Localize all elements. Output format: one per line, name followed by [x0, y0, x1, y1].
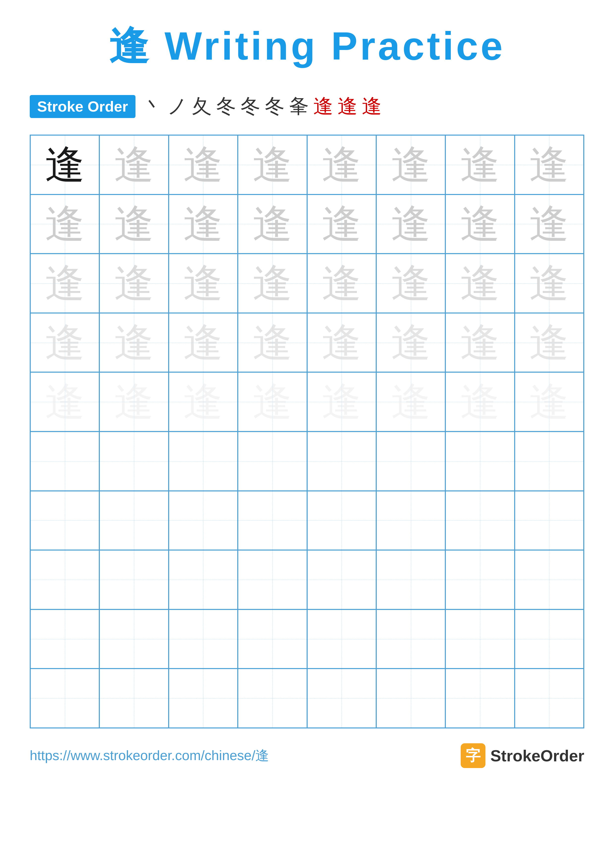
table-row[interactable] — [99, 550, 168, 609]
table-row[interactable] — [169, 668, 238, 728]
practice-char: 逢 — [253, 264, 292, 303]
table-row[interactable]: 逢 — [376, 194, 445, 254]
table-row[interactable]: 逢 — [307, 372, 376, 431]
table-row[interactable]: 逢 — [99, 194, 168, 254]
table-row[interactable] — [515, 550, 584, 609]
table-row[interactable]: 逢 — [99, 254, 168, 313]
table-row[interactable] — [99, 668, 168, 728]
stroke-2: ノ — [167, 93, 188, 120]
practice-char: 逢 — [253, 145, 292, 184]
table-row[interactable]: 逢 — [99, 372, 168, 431]
table-row[interactable] — [238, 668, 307, 728]
table-row[interactable] — [30, 550, 99, 609]
table-row[interactable] — [376, 431, 445, 491]
practice-char: 逢 — [253, 323, 292, 363]
table-row[interactable]: 逢 — [376, 372, 445, 431]
table-row[interactable] — [307, 668, 376, 728]
table-row[interactable]: 逢 — [30, 372, 99, 431]
table-row[interactable] — [376, 550, 445, 609]
table-row[interactable] — [99, 609, 168, 669]
practice-char: 逢 — [391, 264, 431, 303]
table-row[interactable] — [307, 609, 376, 669]
table-row[interactable]: 逢 — [307, 254, 376, 313]
table-row[interactable]: 逢 — [169, 254, 238, 313]
table-row[interactable] — [445, 609, 515, 669]
table-row[interactable] — [99, 491, 168, 550]
table-row[interactable]: 逢 — [515, 372, 584, 431]
table-row[interactable] — [307, 550, 376, 609]
table-row[interactable] — [30, 431, 99, 491]
table-row[interactable] — [169, 491, 238, 550]
table-row[interactable]: 逢 — [99, 135, 168, 194]
table-row[interactable] — [30, 668, 99, 728]
table-row[interactable]: 逢 — [169, 313, 238, 372]
stroke-sequence: 丶 ノ 夂 冬 冬 冬 夆 逢 逢 逢 — [143, 93, 382, 120]
practice-char: 逢 — [45, 382, 85, 422]
table-row[interactable]: 逢 — [169, 194, 238, 254]
table-row[interactable]: 逢 — [238, 135, 307, 194]
table-row[interactable]: 逢 — [238, 313, 307, 372]
table-row[interactable]: 逢 — [445, 194, 515, 254]
table-row[interactable] — [307, 431, 376, 491]
table-row[interactable]: 逢 — [238, 372, 307, 431]
table-row[interactable] — [376, 609, 445, 669]
table-row[interactable] — [238, 550, 307, 609]
practice-char: 逢 — [45, 323, 85, 363]
table-row[interactable] — [445, 431, 515, 491]
table-row[interactable] — [445, 550, 515, 609]
table-row[interactable]: 逢 — [376, 135, 445, 194]
table-row[interactable]: 逢 — [30, 194, 99, 254]
table-row[interactable]: 逢 — [445, 372, 515, 431]
table-row[interactable]: 逢 — [30, 254, 99, 313]
table-row[interactable] — [445, 491, 515, 550]
table-row[interactable] — [238, 431, 307, 491]
table-row[interactable] — [169, 431, 238, 491]
table-row[interactable]: 逢 — [169, 135, 238, 194]
table-row[interactable] — [515, 431, 584, 491]
logo-icon: 字 — [461, 743, 485, 768]
table-row[interactable]: 逢 — [445, 254, 515, 313]
table-row[interactable] — [376, 668, 445, 728]
table-row[interactable]: 逢 — [515, 254, 584, 313]
table-row[interactable]: 逢 — [30, 313, 99, 372]
table-row[interactable] — [169, 609, 238, 669]
practice-char: 逢 — [45, 264, 85, 303]
table-row[interactable] — [169, 550, 238, 609]
practice-char: 逢 — [460, 323, 500, 363]
table-row[interactable]: 逢 — [238, 194, 307, 254]
table-row[interactable] — [515, 491, 584, 550]
table-row[interactable]: 逢 — [169, 372, 238, 431]
logo-text: StrokeOrder — [490, 747, 584, 765]
table-row[interactable]: 逢 — [376, 254, 445, 313]
table-row[interactable] — [376, 491, 445, 550]
table-row[interactable]: 逢 — [30, 135, 99, 194]
table-row[interactable] — [515, 668, 584, 728]
table-row[interactable]: 逢 — [515, 313, 584, 372]
table-row[interactable]: 逢 — [445, 313, 515, 372]
practice-char: 逢 — [45, 145, 85, 184]
table-row[interactable]: 逢 — [99, 313, 168, 372]
stroke-order-badge: Stroke Order — [30, 95, 135, 118]
table-row[interactable]: 逢 — [376, 313, 445, 372]
table-row[interactable] — [30, 609, 99, 669]
table-row[interactable]: 逢 — [515, 135, 584, 194]
table-row[interactable]: 逢 — [307, 313, 376, 372]
table-row[interactable]: 逢 — [307, 135, 376, 194]
practice-char: 逢 — [529, 204, 569, 244]
practice-char: 逢 — [529, 382, 569, 422]
practice-char: 逢 — [322, 204, 361, 244]
table-row[interactable]: 逢 — [515, 194, 584, 254]
table-row[interactable]: 逢 — [445, 135, 515, 194]
table-row[interactable] — [238, 609, 307, 669]
table-row[interactable] — [99, 431, 168, 491]
practice-char: 逢 — [322, 323, 361, 363]
table-row[interactable] — [515, 609, 584, 669]
table-row[interactable] — [445, 668, 515, 728]
table-row[interactable] — [30, 491, 99, 550]
table-row[interactable] — [238, 491, 307, 550]
practice-char: 逢 — [45, 204, 85, 244]
table-row[interactable]: 逢 — [238, 254, 307, 313]
table-row[interactable] — [307, 491, 376, 550]
practice-grid[interactable]: 逢 逢 逢 逢 逢 逢 逢 逢 逢 逢 逢 逢 逢 逢 逢 逢 逢 逢 逢 逢 … — [30, 135, 584, 728]
table-row[interactable]: 逢 — [307, 194, 376, 254]
